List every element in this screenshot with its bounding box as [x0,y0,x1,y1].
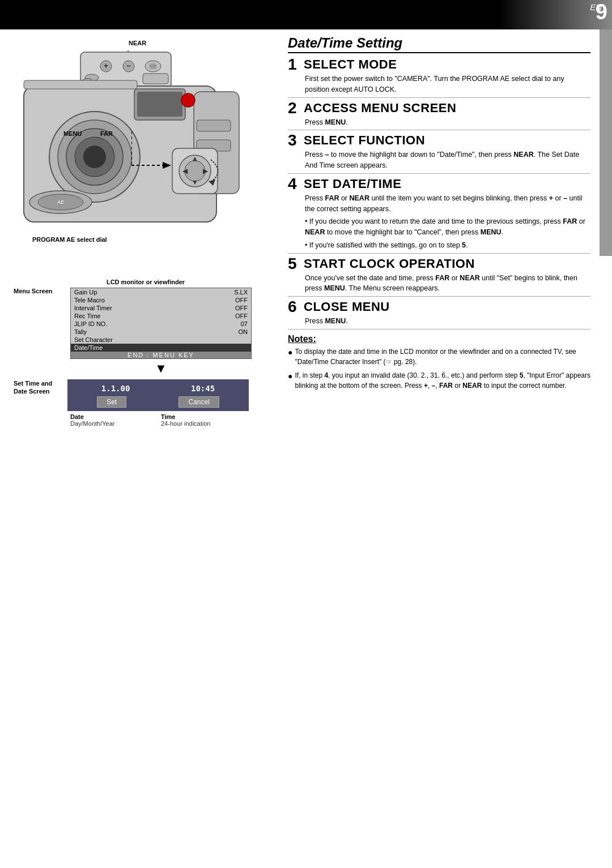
menu-label: MENU [63,130,82,137]
step-header-1: 1Select Mode [288,57,590,72]
step-title-3: Select Function [304,133,425,148]
lcd-row-label: JLIP ID NO. [71,320,179,328]
date-label-group: Date Day/Month/Year [70,413,161,427]
svg-text:◀: ◀ [182,167,188,175]
lcd-section: LCD monitor or viewfinder Menu Screen Ga… [7,279,284,427]
step-title-6: Close Menu [304,300,390,314]
set-time-buttons: Set Cancel [71,396,245,408]
lcd-table-row: Date/Time [71,344,251,352]
lcd-table-row: Set Character [71,336,251,344]
note-text: If, in step 4, you input an invalid date… [295,370,590,391]
time-main-label: Time [161,413,252,420]
note-bullet: ● [288,370,292,382]
set-time-label: Set Time and Date Screen [14,379,67,396]
right-panel: Date/Time Setting 1Select ModeFirst set … [278,29,600,868]
lcd-row-value [179,344,251,352]
step-number-3: 3 [288,132,304,148]
date-time-labels: Date Day/Month/Year Time 24-hour indicat… [70,413,278,427]
step-header-6: 6Close Menu [288,299,590,315]
lcd-row-label: Tally [71,328,179,336]
set-time-screen: 1.1.00 10:45 Set Cancel [67,379,249,411]
notes-container: ●To display the date and time in the LCD… [288,347,590,391]
step-header-2: 2Access Menu Screen [288,100,590,116]
lcd-row-value: 07 [179,320,251,328]
step-number-4: 4 [288,176,304,192]
lcd-row-label: Set Character [71,336,179,344]
lcd-row-label: Date/Time [71,344,179,352]
step-section-1: 1Select ModeFirst set the power switch t… [288,57,590,98]
clock-value: 10:45 [191,384,215,393]
cancel-button[interactable]: Cancel [178,396,219,408]
program-ae-label: PROGRAM AE select dial [32,236,107,243]
step-number-1: 1 [288,57,304,72]
step-body-1: First set the power switch to "CAMERA". … [288,74,590,95]
date-sub-label: Day/Month/Year [70,420,161,427]
step-section-6: 6Close MenuPress MENU. [288,299,590,330]
step-header-3: 3Select Function [288,132,590,148]
svg-rect-7 [143,74,168,84]
step-body-4: Press FAR or NEAR until the item you wan… [288,193,590,215]
step-header-5: 5Start Clock Operation [288,256,590,272]
header-page-number: 9 [596,1,607,23]
lcd-row-value: ON [179,328,251,336]
arrow-down: ▼ [70,361,252,376]
lcd-table-row: JLIP ID NO.07 [71,320,251,328]
header-bar: EN 9 [0,0,612,29]
svg-marker-28 [163,162,171,169]
step-title-2: Access Menu Screen [304,101,456,116]
lcd-table-row: Gain UpS.LX [71,288,251,296]
lcd-monitor-title: LCD monitor or viewfinder [14,279,278,285]
notes-title: Notes: [288,334,590,344]
step-title-5: Start Clock Operation [304,256,475,271]
step4-bullet: • If you're satisfied with the settings,… [288,240,590,251]
lcd-table-row: Rec TimeOFF [71,312,251,320]
lcd-table-row: Tele MacroOFF [71,296,251,304]
date-main-label: Date [70,413,161,420]
time-label-group: Time 24-hour indication [161,413,252,427]
lcd-table-row: Interval TimerOFF [71,304,251,312]
svg-point-20 [181,93,195,107]
svg-text:–: – [126,61,131,70]
lcd-row-value: OFF [179,296,251,304]
svg-rect-19 [24,80,137,89]
lcd-row-label: Gain Up [71,288,179,296]
step4-bullet: • If you decide you want to return the d… [288,216,590,238]
svg-text:▲: ▲ [192,155,198,163]
lcd-menu-table: Gain UpS.LXTele MacroOFFInterval TimerOF… [70,288,252,359]
menu-table: Gain UpS.LXTele MacroOFFInterval TimerOF… [71,288,251,352]
lcd-row-value [179,336,251,344]
date-value: 1.1.00 [101,384,130,393]
svg-text:AE: AE [57,199,64,205]
svg-point-6 [149,63,157,69]
step-number-2: 2 [288,100,304,116]
set-button[interactable]: Set [97,396,126,408]
svg-rect-18 [137,92,182,117]
note-bullet: ● [288,347,292,358]
notes-section: Notes: ●To display the date and time in … [288,334,590,391]
camera-illustration: + – [7,35,271,250]
page-title: Date/Time Setting [288,35,590,53]
svg-point-16 [83,146,106,168]
step-section-2: 2Access Menu ScreenPress MENU. [288,100,590,131]
camera-diagram-area: NEAR + – + – [7,35,271,279]
set-time-section: Set Time and Date Screen 1.1.00 10:45 Se… [14,379,278,411]
lcd-row-label: Rec Time [71,312,179,320]
note-text: To display the date and time in the LCD … [295,347,590,367]
step-body-5: Once you've set the date and time, press… [288,273,590,294]
step-number-5: 5 [288,256,304,272]
step-section-5: 5Start Clock OperationOnce you've set th… [288,256,590,297]
left-panel: NEAR + – + – [0,29,278,868]
lcd-table-row: TallyON [71,328,251,336]
svg-text:▼: ▼ [192,178,198,186]
lcd-row-value: S.LX [179,288,251,296]
step-header-4: 4Set Date/Time [288,176,590,192]
set-time-values: 1.1.00 10:45 [71,384,245,393]
time-sub-label: 24-hour indication [161,420,252,427]
step-body-3: Press – to move the highlight bar down t… [288,149,590,171]
menu-screen-label: Menu Screen [14,288,67,294]
lcd-end-row: END : MENU KEY [71,352,251,358]
svg-text:+: + [104,61,108,70]
step-body-6: Press MENU. [288,316,590,327]
step-number-6: 6 [288,299,304,315]
step-title-4: Set Date/Time [304,177,401,191]
